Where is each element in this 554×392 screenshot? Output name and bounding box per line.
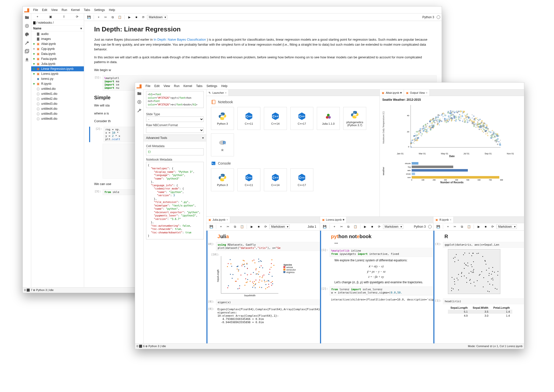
- new-launcher-button[interactable]: +: [37, 15, 38, 18]
- run-button[interactable]: ▶: [362, 224, 369, 229]
- tab-julia[interactable]: ▣ Julia.ipynb ×: [206, 217, 230, 223]
- stop-button[interactable]: ■: [133, 14, 140, 20]
- paste-button[interactable]: 📋: [239, 224, 245, 229]
- menu-edit[interactable]: Edit: [40, 7, 49, 13]
- file-item[interactable]: ▣Altair.ipynb: [31, 41, 84, 46]
- close-icon[interactable]: ×: [226, 218, 228, 221]
- menu-edit[interactable]: Edit: [152, 83, 162, 89]
- running-icon[interactable]: [24, 23, 29, 28]
- launcher-card[interactable]: C++C++14: [264, 107, 287, 130]
- tab-altair[interactable]: ▣ Altair.ipynb: [380, 90, 404, 96]
- extension-icon[interactable]: [24, 57, 29, 62]
- file-item[interactable]: ▢untitled.dio: [31, 86, 84, 91]
- save-button[interactable]: 💾: [322, 224, 328, 229]
- insert-cell-button[interactable]: +: [218, 224, 224, 229]
- launcher-card[interactable]: C++C++11: [237, 168, 260, 191]
- copy-button[interactable]: ⧉: [109, 14, 116, 20]
- save-button[interactable]: 💾: [208, 224, 214, 229]
- menu-tabs[interactable]: Tabs: [194, 83, 204, 89]
- cell-type-select[interactable]: Markdown ▾: [147, 15, 167, 19]
- paste-button[interactable]: 📋: [352, 224, 359, 229]
- lorenz-notebook[interactable]: python notebook *** [1]: %matplotlib inl…: [320, 231, 433, 344]
- launcher-card[interactable]: C++C++17: [290, 168, 313, 191]
- copy-button[interactable]: ⧉: [459, 224, 465, 229]
- naive-bayes-link[interactable]: In Depth: Naive Bayes Classification: [154, 38, 206, 41]
- launcher-card[interactable]: C++C++14: [264, 168, 287, 191]
- insert-cell-button[interactable]: +: [331, 224, 338, 229]
- running-icon[interactable]: [137, 99, 142, 104]
- launcher-card[interactable]: phylogenetics (Python 3.7): [343, 107, 366, 130]
- cell-metadata-box[interactable]: {}: [146, 148, 204, 155]
- restart-button[interactable]: ⟳: [489, 224, 496, 229]
- stop-button[interactable]: ■: [255, 224, 262, 229]
- file-item[interactable]: ▣Data.ipynb: [31, 51, 84, 56]
- copy-button[interactable]: ⧉: [232, 224, 238, 229]
- close-icon[interactable]: ×: [426, 91, 427, 94]
- folder-icon[interactable]: [24, 15, 29, 20]
- cell-type-select[interactable]: Markdown ▾: [496, 224, 517, 229]
- file-item[interactable]: ▢untitled6.dio: [31, 116, 84, 121]
- slide-type-select[interactable]: -: [146, 116, 204, 122]
- stop-button[interactable]: ■: [482, 224, 489, 229]
- file-item[interactable]: ▣Lorenz.ipynb: [31, 71, 84, 76]
- cell-type-select[interactable]: Markdown ▾: [383, 224, 403, 229]
- launcher-card[interactable]: Julia 1.1.0: [317, 107, 340, 130]
- tab-lorenz[interactable]: ▣ Lorenz.ipynb: [320, 217, 347, 223]
- menu-tabs[interactable]: Tabs: [82, 7, 92, 13]
- breadcrumbs[interactable]: ▇ / notebooks /: [31, 20, 84, 26]
- file-item[interactable]: ▣R.ipynb: [31, 81, 84, 86]
- tab-output-view[interactable]: ▣ Output View ×: [404, 90, 430, 96]
- restart-button[interactable]: ⟳: [140, 14, 147, 20]
- close-icon[interactable]: ×: [225, 91, 226, 94]
- menu-run[interactable]: Run: [60, 7, 69, 13]
- run-button[interactable]: ▶: [248, 224, 255, 229]
- file-item[interactable]: ▢untitled4.dio: [31, 106, 84, 111]
- cell-type-select[interactable]: Markdown ▾: [269, 224, 290, 229]
- cell-input[interactable]: from lorenz import solve_lorenz w = inte…: [330, 287, 433, 295]
- cell-input[interactable]: eigen(x): [216, 299, 320, 305]
- menu-file[interactable]: File: [144, 83, 152, 89]
- r-notebook[interactable]: R [3]: ggplot(data=iris, aes(x=Sepal.Len…: [433, 231, 524, 344]
- run-button[interactable]: ▶: [475, 224, 482, 229]
- cut-button[interactable]: ✂: [102, 14, 109, 20]
- cell-input[interactable]: %matplotlib inline from ipywidgets impor…: [330, 248, 433, 257]
- new-folder-button[interactable]: ▣: [49, 15, 52, 18]
- paste-button[interactable]: 📋: [116, 14, 123, 20]
- launcher-card[interactable]: C++C++11: [237, 107, 260, 130]
- paste-button[interactable]: 📋: [466, 224, 472, 229]
- file-item[interactable]: ▢untitled5.dio: [31, 111, 84, 116]
- cell-input[interactable]: ggplot(data=iris, aes(x=Sepal.Len: [443, 242, 524, 248]
- cut-button[interactable]: ✂: [452, 224, 458, 229]
- menu-kernel[interactable]: Kernel: [182, 83, 194, 89]
- advanced-tools-header[interactable]: Advanced Tools: [146, 136, 167, 140]
- palette-icon[interactable]: [24, 32, 29, 37]
- kernel-name[interactable]: Python 3: [422, 15, 434, 19]
- save-button[interactable]: 💾: [435, 224, 441, 229]
- menu-settings[interactable]: Settings: [92, 7, 107, 13]
- stop-button[interactable]: ■: [369, 224, 375, 229]
- restart-button[interactable]: ⟳: [262, 224, 269, 229]
- file-item[interactable]: ◆lorenz.py: [31, 76, 84, 81]
- menu-kernel[interactable]: Kernel: [69, 7, 82, 13]
- menu-settings[interactable]: Settings: [204, 83, 219, 89]
- file-item[interactable]: ▢untitled2.dio: [31, 96, 84, 101]
- save-button[interactable]: 💾: [86, 14, 92, 20]
- file-item[interactable]: ▢untitled3.dio: [31, 101, 84, 106]
- cell-input[interactable]: using RDatasets, Gadfly plot(dataset("da…: [216, 242, 320, 251]
- tab-r[interactable]: ▣ R.ipynb ×: [433, 217, 454, 223]
- cut-button[interactable]: ✂: [338, 224, 345, 229]
- menu-file[interactable]: File: [31, 7, 40, 13]
- file-item[interactable]: ▇images: [31, 36, 84, 41]
- file-item[interactable]: ▣Linear Regression.ipynb: [31, 66, 84, 71]
- wrench-icon[interactable]: [24, 40, 29, 45]
- file-item[interactable]: ▣Fasta.ipynb: [31, 56, 84, 61]
- refresh-button[interactable]: ⟳: [76, 15, 78, 18]
- menu-view[interactable]: View: [162, 83, 172, 89]
- file-item[interactable]: ▣Cpp.ipynb: [31, 46, 84, 51]
- folder-icon[interactable]: [137, 91, 142, 96]
- restart-button[interactable]: ⟳: [376, 224, 382, 229]
- notebook-metadata-box[interactable]: { "kernelspec": { "display_name": "Pytho…: [146, 162, 204, 239]
- cut-button[interactable]: ✂: [225, 224, 231, 229]
- launcher-card[interactable]: Python 3: [211, 168, 234, 191]
- launcher-card[interactable]: C++C++17: [290, 107, 313, 130]
